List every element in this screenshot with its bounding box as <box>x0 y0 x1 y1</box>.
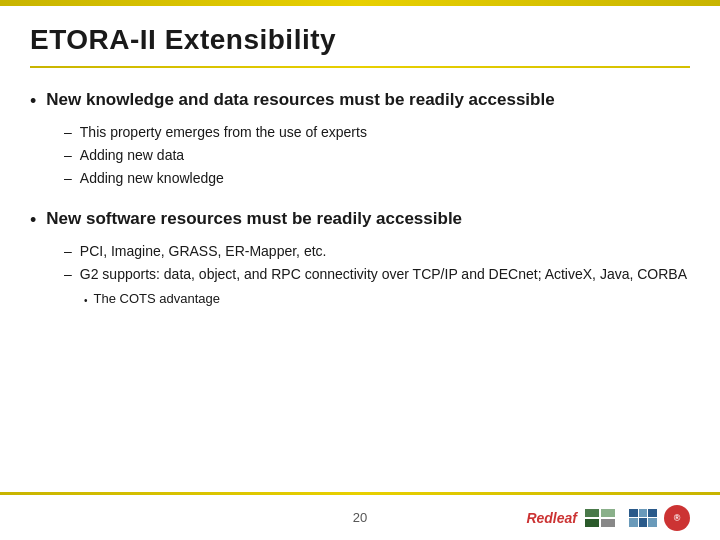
logo-row-1 <box>585 509 615 517</box>
main-content: • New knowledge and data resources must … <box>0 68 720 495</box>
tiny-box-3 <box>648 509 657 518</box>
sub-bullet-1-2: – Adding new data <box>64 145 690 166</box>
tiny-box-4 <box>629 518 638 527</box>
logo-box-3 <box>585 519 599 527</box>
tiny-box-2 <box>639 509 648 518</box>
main-bullet-1: • New knowledge and data resources must … <box>30 88 690 114</box>
small-logo-boxes <box>629 509 657 527</box>
logo-box-2 <box>601 509 615 517</box>
bullet-section-1: • New knowledge and data resources must … <box>30 88 690 189</box>
logo-box-1 <box>585 509 599 517</box>
sub-bullet-1-3: – Adding new knowledge <box>64 168 690 189</box>
dash-icon: – <box>64 145 72 166</box>
bullet-dot-1: • <box>30 89 36 114</box>
main-bullet-2-text: New software resources must be readily a… <box>46 207 462 231</box>
footer: 20 Redleaf <box>0 495 720 540</box>
dash-icon: – <box>64 122 72 143</box>
sub-bullet-2-2: – G2 supports: data, object, and RPC con… <box>64 264 690 285</box>
extra-logo: ® <box>629 505 690 531</box>
sub-bullet-2-2-text: G2 supports: data, object, and RPC conne… <box>80 264 687 285</box>
sub-sub-bullets-2: • The COTS advantage <box>64 289 690 309</box>
sub-sub-bullet-2-1-text: The COTS advantage <box>94 289 220 309</box>
sub-bullet-1-2-text: Adding new data <box>80 145 184 166</box>
sub-bullet-1-1: – This property emerges from the use of … <box>64 122 690 143</box>
slide-title: ETORA-II Extensibility <box>30 24 690 56</box>
redleaf-logo-text: Redleaf <box>526 510 577 526</box>
sub-bullet-2-1: – PCI, Imagine, GRASS, ER-Mapper, etc. <box>64 241 690 262</box>
dash-icon: – <box>64 168 72 189</box>
sub-bullet-1-3-text: Adding new knowledge <box>80 168 224 189</box>
dash-icon: – <box>64 241 72 262</box>
sub-bullets-1: – This property emerges from the use of … <box>30 122 690 189</box>
title-area: ETORA-II Extensibility <box>0 6 720 66</box>
sub-bullets-2: – PCI, Imagine, GRASS, ER-Mapper, etc. –… <box>30 241 690 309</box>
main-bullet-2: • New software resources must be readily… <box>30 207 690 233</box>
main-bullet-1-text: New knowledge and data resources must be… <box>46 88 554 112</box>
logo-boxes <box>585 509 615 527</box>
sub-bullet-1-1-text: This property emerges from the use of ex… <box>80 122 367 143</box>
tiny-box-5 <box>639 518 648 527</box>
logo-box-4 <box>601 519 615 527</box>
circle-logo: ® <box>664 505 690 531</box>
sub-sub-bullet-2-1: • The COTS advantage <box>84 289 690 309</box>
tiny-box-1 <box>629 509 638 518</box>
sub-bullet-2-1-text: PCI, Imagine, GRASS, ER-Mapper, etc. <box>80 241 327 262</box>
bullet-dot-2: • <box>30 208 36 233</box>
slide: ETORA-II Extensibility • New knowledge a… <box>0 0 720 540</box>
bullet-section-2: • New software resources must be readily… <box>30 207 690 309</box>
tiny-box-6 <box>648 518 657 527</box>
footer-logo-area: Redleaf <box>526 505 690 531</box>
small-bullet-dot: • <box>84 293 88 308</box>
dash-icon: – <box>64 264 72 285</box>
page-number: 20 <box>353 510 367 525</box>
footer-accent-bar <box>0 492 720 495</box>
logo-row-2 <box>585 519 615 527</box>
